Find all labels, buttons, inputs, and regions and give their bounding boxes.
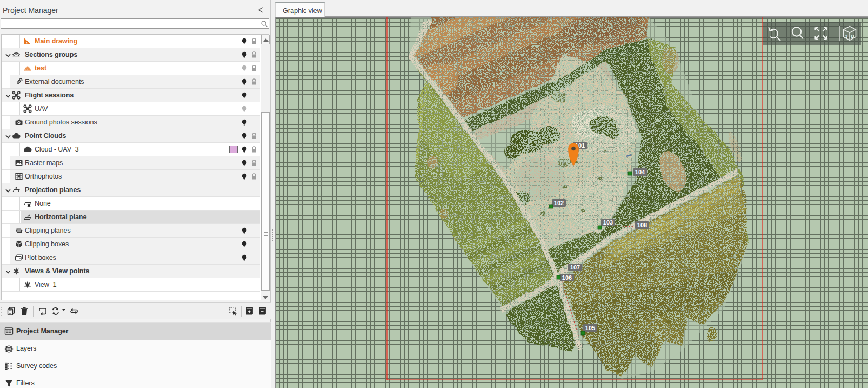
- svg-text:105: 105: [585, 325, 595, 331]
- svg-text:102: 102: [554, 200, 564, 206]
- svg-text:107: 107: [570, 264, 580, 271]
- svg-text:108: 108: [637, 222, 647, 228]
- svg-text:3: 3: [845, 34, 848, 39]
- svg-text:104: 104: [635, 169, 645, 175]
- svg-text:103: 103: [603, 219, 613, 226]
- svg-text:D: D: [851, 34, 854, 39]
- svg-text:106: 106: [562, 274, 572, 281]
